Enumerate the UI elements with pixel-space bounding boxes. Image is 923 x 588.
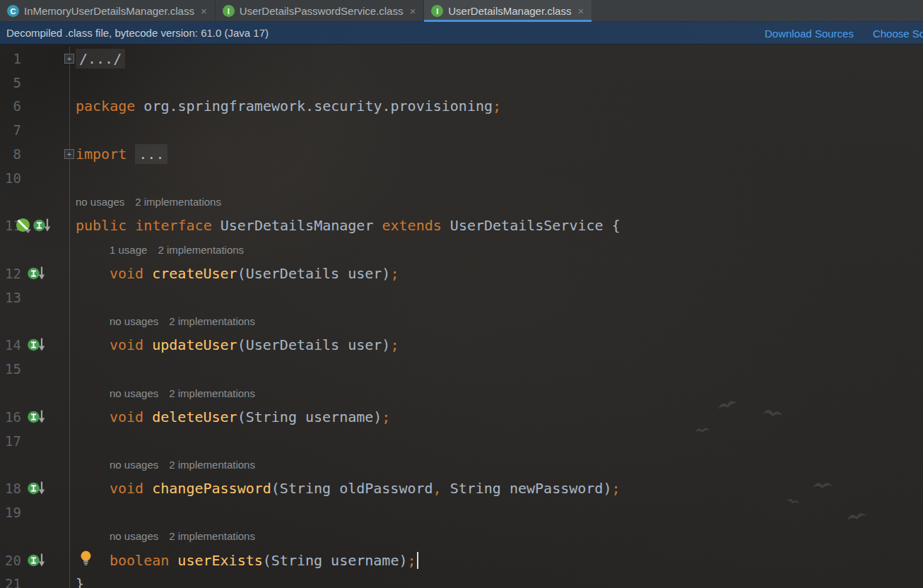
usages-implementations-inlay[interactable]: no usages2 implementations	[70, 190, 221, 214]
editor-gutter: 14	[0, 334, 70, 358]
code-line[interactable]: void createUser(UserDetails user);	[70, 261, 399, 286]
usages-implementations-inlay[interactable]: no usages2 implementations	[70, 381, 255, 405]
code-line[interactable]: void updateUser(UserDetails user);	[70, 334, 399, 358]
inlay-hint-label[interactable]: no usages	[76, 196, 124, 208]
code-row: 5	[0, 71, 923, 95]
inlay-hint-label[interactable]: no usages	[110, 459, 158, 471]
inlay-hint-label[interactable]: 2 implementations	[158, 244, 244, 256]
fold-marker-icon[interactable]: +	[64, 54, 74, 64]
editor-gutter: 15	[0, 357, 70, 381]
code-token: UserDetailsService {	[442, 217, 621, 234]
code-token: deleteUser	[152, 408, 237, 425]
code-token: void	[110, 336, 143, 353]
text-caret	[417, 552, 418, 569]
tab-userdetailspasswordservice[interactable]: I UserDetailsPasswordService.class ×	[216, 0, 425, 22]
code-token: ;	[493, 98, 501, 114]
close-icon[interactable]: ×	[201, 6, 207, 16]
inlay-hint-label[interactable]: 2 implementations	[169, 530, 255, 542]
download-sources-link[interactable]: Download Sources	[765, 28, 854, 40]
usages-implementations-inlay[interactable]: no usages2 implementations	[70, 524, 255, 548]
line-number: 12	[0, 261, 21, 286]
inlay-hint-label[interactable]: no usages	[110, 530, 158, 542]
code-row: 21}	[0, 572, 923, 588]
inlay-hint-label[interactable]: no usages	[110, 387, 158, 399]
inlay-hint-label[interactable]: 2 implementations	[169, 387, 255, 399]
inlay-hint-label[interactable]: 1 usage	[110, 244, 147, 256]
code-token: extends	[382, 217, 442, 234]
code-row: 15	[0, 357, 923, 381]
editor-gutter: 21	[0, 572, 70, 588]
close-icon[interactable]: ×	[409, 6, 416, 16]
code-token: ;	[407, 552, 416, 569]
code-row: 18 void changePassword(String oldPasswor…	[0, 476, 923, 500]
code-token	[143, 408, 152, 425]
code-token: void	[110, 265, 143, 282]
usages-implementations-inlay[interactable]: no usages2 implementations	[70, 310, 255, 334]
line-number: 13	[0, 286, 21, 310]
inlay-hint-row: no usages2 implementations	[0, 190, 923, 214]
code-line[interactable]: import ...	[70, 142, 167, 166]
inlay-hint-label[interactable]: 2 implementations	[169, 459, 255, 471]
tab-inmemoryuserdetailsmanager[interactable]: C InMemoryUserDetailsManager.class ×	[0, 0, 216, 22]
code-editor[interactable]: 1+/.../56package org.springframework.sec…	[0, 45, 923, 588]
code-token: userExists	[177, 552, 262, 569]
code-line[interactable]: public interface UserDetailsManager exte…	[70, 214, 621, 238]
code-token: interface	[135, 217, 211, 234]
code-line[interactable]	[70, 357, 76, 381]
line-number: 18	[0, 476, 21, 500]
code-line[interactable]: void deleteUser(String username);	[70, 405, 390, 429]
editor-gutter	[0, 381, 70, 405]
interface-icon: I	[223, 5, 235, 17]
code-row: 6package org.springframework.security.pr…	[0, 95, 923, 119]
code-line[interactable]: }	[70, 572, 84, 588]
choose-sources-link[interactable]: Choose Sources…	[873, 28, 923, 40]
code-row: 8+import ...	[0, 142, 923, 166]
code-line[interactable]	[70, 429, 76, 453]
implemented-marker-icon[interactable]	[27, 480, 47, 497]
inlay-hint-label[interactable]: 2 implementations	[135, 196, 221, 208]
gutter-icons	[16, 214, 52, 238]
implemented-marker-icon[interactable]	[27, 552, 47, 569]
inlay-hint-label[interactable]: no usages	[110, 315, 158, 327]
code-token	[127, 217, 135, 234]
code-token: /.../	[76, 49, 125, 69]
code-token: ,	[433, 480, 442, 497]
gutter-icons	[27, 334, 47, 358]
editor-gutter: 17	[0, 429, 70, 453]
implemented-marker-icon[interactable]	[27, 336, 47, 353]
code-line[interactable]: boolean userExists(String username);	[70, 548, 418, 572]
code-line[interactable]	[70, 286, 76, 310]
tab-userdetailsmanager[interactable]: I UserDetailsManager.class ×	[424, 0, 592, 22]
editor-gutter: 5	[0, 71, 70, 95]
inlay-hint-label[interactable]: 2 implementations	[169, 315, 255, 327]
code-token: void	[110, 408, 143, 425]
line-number: 7	[0, 118, 21, 142]
code-line[interactable]: package org.springframework.security.pro…	[70, 95, 501, 119]
implemented-marker-icon[interactable]	[27, 265, 47, 282]
line-number: 19	[0, 500, 21, 524]
code-token: ;	[611, 480, 620, 497]
code-line[interactable]: /.../	[70, 47, 125, 71]
implemented-marker-icon[interactable]	[27, 408, 47, 425]
usages-implementations-inlay[interactable]: no usages2 implementations	[70, 453, 255, 477]
code-row: 12 void createUser(UserDetails user);	[0, 261, 923, 286]
code-token: updateUser	[152, 336, 237, 353]
implemented-marker-icon[interactable]	[33, 217, 52, 234]
intention-bulb-icon[interactable]	[79, 550, 93, 568]
code-token: void	[110, 480, 143, 497]
code-line[interactable]	[70, 500, 76, 524]
editor-gutter: 1+	[0, 47, 70, 71]
usages-implementations-inlay[interactable]: 1 usage2 implementations	[70, 237, 244, 261]
code-line[interactable]	[70, 118, 76, 142]
code-row: 10	[0, 166, 923, 190]
code-token	[169, 552, 177, 569]
spring-bean-icon[interactable]	[16, 218, 32, 234]
code-line[interactable]	[70, 166, 76, 190]
code-row: 16 void deleteUser(String username);	[0, 405, 923, 429]
gutter-icons	[27, 405, 47, 429]
code-line[interactable]: void changePassword(String oldPassword, …	[70, 476, 621, 500]
code-row: 13	[0, 286, 923, 310]
fold-marker-icon[interactable]: +	[64, 149, 74, 159]
code-line[interactable]	[70, 71, 76, 95]
close-icon[interactable]: ×	[577, 6, 584, 16]
